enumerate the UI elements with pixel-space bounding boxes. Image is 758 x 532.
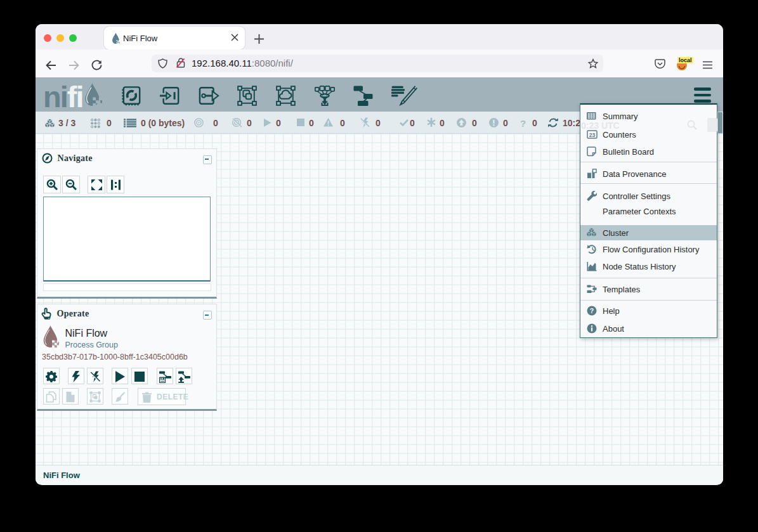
svg-text:?: ?: [590, 307, 594, 315]
svg-text:23: 23: [589, 131, 596, 138]
